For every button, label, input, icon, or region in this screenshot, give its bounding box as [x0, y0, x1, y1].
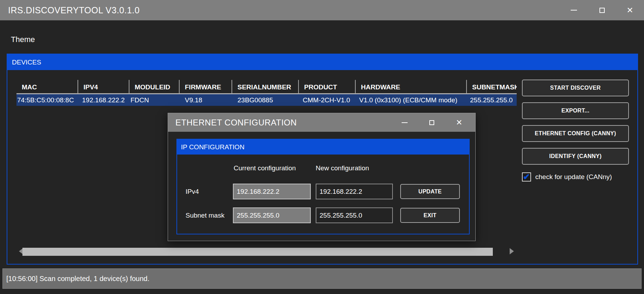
ip-configuration-panel: IP CONFIGURATION Current configuration N…: [176, 139, 470, 234]
column-header-serialnumber[interactable]: SERIALNUMBER: [232, 80, 299, 93]
check-for-update-checkbox[interactable]: ✔ check for update (CANny): [522, 172, 612, 182]
subnet-mask-row: Subnet mask EXIT: [177, 207, 469, 223]
ipv4-current-field: [233, 184, 311, 199]
subnet-mask-label: Subnet mask: [186, 207, 224, 223]
ip-configuration-header: IP CONFIGURATION: [177, 139, 469, 155]
column-header-ipv4[interactable]: IPV4: [78, 80, 129, 93]
checkmark-icon: ✔: [523, 172, 530, 182]
horizontal-scrollbar-thumb[interactable]: [22, 248, 493, 256]
column-header-moduleid[interactable]: MODULEID: [129, 80, 180, 93]
cell-serialnumber: 23BG00885: [232, 94, 299, 106]
devices-panel-header: DEVICES: [7, 54, 637, 70]
ipv4-label: IPv4: [186, 184, 199, 199]
window-titlebar: IRS.DISCOVERYTOOL V3.0.1.0 ✕: [0, 0, 644, 20]
column-header-mac[interactable]: MAC: [16, 80, 78, 93]
ip-configuration-title: IP CONFIGURATION: [181, 143, 244, 151]
dialog-minimize-icon: [402, 122, 408, 123]
status-bar: [10:56:00] Scan completed, 1 device(s) f…: [2, 268, 642, 289]
dialog-maximize-icon: [429, 120, 434, 125]
column-header-product[interactable]: PRODUCT: [299, 80, 356, 93]
cell-product: CMM-2CH-V1.0: [299, 94, 356, 106]
window-title: IRS.DISCOVERYTOOL V3.0.1.0: [8, 0, 140, 20]
cell-ipv4: 192.168.222.2: [78, 94, 129, 106]
subnet-mask-current-field: [233, 207, 311, 223]
dialog-titlebar: ETHERNET CONFIGURATION ✕: [168, 113, 475, 132]
close-icon: ✕: [626, 6, 633, 14]
subnet-mask-new-field[interactable]: [316, 207, 393, 223]
minimize-button[interactable]: [560, 0, 588, 20]
current-configuration-column-label: Current configuration: [234, 164, 296, 173]
ipv4-row: IPv4 UPDATE: [177, 184, 469, 199]
cell-subnetmask: 255.255.255.0: [467, 94, 517, 106]
menu-item-theme[interactable]: Theme: [11, 32, 35, 47]
checkbox-label: check for update (CANny): [535, 173, 612, 181]
column-header-hardware[interactable]: HARDWARE: [356, 80, 467, 93]
device-row-selected[interactable]: 74:5B:C5:00:08:8C 192.168.222.2 FDCN V9.…: [16, 93, 517, 106]
dialog-minimize-button[interactable]: [391, 113, 418, 132]
devices-table-header: MAC IPV4 MODULEID FIRMWARE SERIALNUMBER …: [16, 80, 517, 93]
dialog-body: IP CONFIGURATION Current configuration N…: [168, 132, 475, 241]
cell-hardware: V1.0 (0x3100) (ECB/CMM mode): [356, 94, 467, 106]
dialog-title: ETHERNET CONFIGURATION: [175, 113, 297, 132]
close-button[interactable]: ✕: [616, 0, 644, 20]
devices-panel-title: DEVICES: [12, 59, 41, 66]
ethernet-config-button[interactable]: ETHERNET CONFIG (CANNY): [522, 125, 629, 142]
exit-button[interactable]: EXIT: [400, 208, 460, 223]
export-button[interactable]: EXPORT...: [522, 102, 629, 119]
ethernet-configuration-dialog: ETHERNET CONFIGURATION ✕ IP CONFIGURATIO…: [168, 113, 476, 241]
minimize-icon: [571, 10, 577, 11]
column-header-subnetmask[interactable]: SUBNETMASK: [467, 80, 517, 93]
identify-button[interactable]: IDENTIFY (CANNY): [522, 148, 629, 165]
status-text: [10:56:00] Scan completed, 1 device(s) f…: [6, 275, 149, 282]
update-button[interactable]: UPDATE: [400, 184, 460, 199]
start-discover-button[interactable]: START DISCOVER: [522, 80, 629, 96]
cell-moduleid: FDCN: [129, 94, 180, 106]
new-configuration-column-label: New configuration: [316, 164, 369, 173]
app-window: IRS.DISCOVERYTOOL V3.0.1.0 ✕ Theme DEVIC…: [0, 0, 644, 294]
column-header-firmware[interactable]: FIRMWARE: [180, 80, 232, 93]
scrollbar-right-arrow-icon[interactable]: [510, 248, 514, 254]
dialog-maximize-button[interactable]: [418, 113, 445, 132]
dialog-window-controls: ✕: [391, 113, 473, 132]
cell-firmware: V9.18: [180, 94, 232, 106]
ip-configuration-content: Current configuration New configuration …: [177, 155, 469, 234]
cell-mac: 74:5B:C5:00:08:8C: [16, 94, 78, 106]
dialog-close-icon: ✕: [456, 119, 462, 127]
menu-bar: Theme: [0, 32, 644, 47]
dialog-close-button[interactable]: ✕: [445, 113, 473, 132]
ipv4-new-field[interactable]: [316, 184, 393, 199]
checkbox-box: ✔: [522, 172, 531, 182]
maximize-button[interactable]: [588, 0, 616, 20]
maximize-icon: [599, 8, 605, 13]
window-controls: ✕: [560, 0, 644, 20]
devices-table: MAC IPV4 MODULEID FIRMWARE SERIALNUMBER …: [16, 80, 517, 106]
